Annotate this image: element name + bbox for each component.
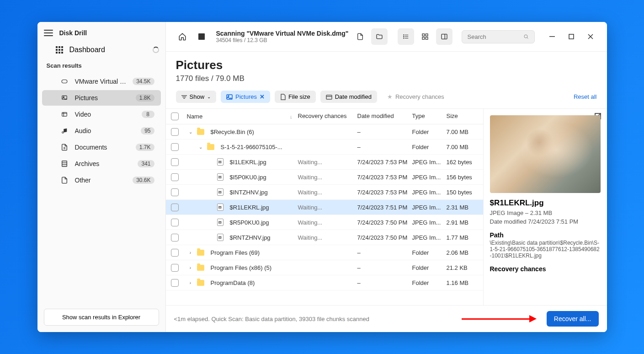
image-file-icon: 🖼 [217,173,224,181]
row-checkbox[interactable] [171,219,179,226]
stop-icon[interactable] [193,28,210,45]
scan-subtitle: 34504 files / 12.3 GB [216,37,349,43]
preview-pane-icon[interactable] [436,28,452,45]
menu-icon[interactable] [44,30,53,36]
sidebar-item-label: Pictures [75,94,129,102]
dashboard-label: Dashboard [69,46,105,54]
grid-view-icon[interactable] [417,28,433,45]
svg-point-33 [228,96,229,97]
table-row[interactable]: ›ProgramData (8)–Folder1.16 MB [166,275,483,290]
image-file-icon: 🖼 [217,219,224,226]
search-box[interactable] [462,30,535,43]
row-checkbox[interactable] [171,264,179,272]
file-size: 156 bytes [447,174,483,181]
sidebar-item-label: Video [75,111,135,118]
row-checkbox[interactable] [171,173,179,181]
table-row[interactable]: ›Program Files (69)–Folder2.06 MB [166,245,483,260]
app-window: Disk Drill Dashboard Scan results VMware… [37,22,607,332]
maximize-button[interactable] [563,29,580,44]
file-size: 150 bytes [447,189,483,196]
col-type[interactable]: Type [412,113,447,120]
file-size: 2.91 MB [447,219,483,226]
chevron-down-icon[interactable]: ⌄ [197,145,204,150]
sidebar-item-audio[interactable]: Audio95 [42,123,161,139]
sidebar-item-video[interactable]: Video8 [42,107,161,122]
svg-rect-25 [549,36,555,37]
close-button[interactable] [582,29,599,44]
table-row[interactable]: 🖼$I5P0KU0.jpgWaiting...7/24/2023 7:53 PM… [166,170,483,185]
path-label: Path [490,231,601,239]
dashboard-item[interactable]: Dashboard [37,42,165,58]
path-value: \Existing\Basic data partition\$Recycle.… [490,240,601,259]
date-modified: – [357,129,412,135]
close-icon[interactable]: ✕ [260,93,265,100]
file-type: JPEG Im... [412,219,447,226]
row-checkbox[interactable] [171,249,179,257]
recover-all-button[interactable]: Recover all... [547,311,599,327]
filter-bar: Show⌄ Pictures✕ File size Date modified … [166,88,607,109]
table-row[interactable]: 🖼$RNTZHNV.jpgWaiting...7/24/2023 7:50 PM… [166,230,483,245]
reset-all-link[interactable]: Reset all [574,93,597,100]
row-checkbox[interactable] [171,158,179,166]
minimize-button[interactable] [544,29,560,44]
col-date[interactable]: Date modified [357,113,412,120]
show-in-explorer-button[interactable]: Show scan results in Explorer [44,309,159,326]
table-header: Name↓ Recovery chances Date modified Typ… [166,109,483,124]
sidebar-item-other[interactable]: Other30.6K [42,172,161,188]
header: Scanning "VMware Virtual NVMe Disk.dmg" … [166,22,607,52]
sidebar-item-documents[interactable]: Documents1.7K [42,139,161,155]
svg-point-14 [403,35,404,35]
folder-icon [207,144,214,150]
sidebar-item-badge: 34.5K [133,78,154,85]
sidebar-item-label: Other [75,177,127,184]
app-title: Disk Drill [59,29,87,37]
chevron-right-icon[interactable]: › [187,265,194,270]
folder-icon [197,250,204,256]
col-recovery[interactable]: Recovery chances [298,113,357,120]
svg-point-23 [524,35,527,38]
sidebar-item-pictures[interactable]: Pictures1.8K [42,90,161,106]
folder-view-icon[interactable] [371,28,388,45]
page-subtitle: 1770 files / 79.0 MB [176,74,597,83]
table-row[interactable]: ›Program Files (x86) (5)–Folder21.2 KB [166,260,483,275]
table-row[interactable]: 🖼$R1LEKRL.jpgWaiting...7/24/2023 7:51 PM… [166,200,483,215]
file-type: Folder [412,279,447,286]
recovery-status: Waiting... [298,159,357,166]
rc-label: Recovery chances [490,265,601,273]
pictures-filter[interactable]: Pictures✕ [221,91,270,103]
chevron-right-icon[interactable]: › [187,250,194,255]
table-row[interactable]: 🖼$R5P0KU0.jpgWaiting...7/24/2023 7:50 PM… [166,215,483,230]
file-size: 7.00 MB [447,144,483,150]
sidebar-item-vmware-virtual-nvme-[interactable]: VMware Virtual NVMe...34.5K [42,74,161,89]
search-input[interactable] [468,33,520,40]
row-checkbox[interactable] [171,234,179,241]
chevron-right-icon[interactable]: › [187,280,194,285]
row-checkbox[interactable] [171,188,179,196]
recchance-filter[interactable]: ★Recovery chances [382,91,450,103]
table-row[interactable]: 🖼$INTZHNV.jpgWaiting...7/24/2023 7:53 PM… [166,185,483,200]
chevron-down-icon[interactable]: ⌄ [187,129,194,134]
row-checkbox[interactable] [171,128,179,136]
col-name[interactable]: Name [187,113,203,120]
sidebar-item-archives[interactable]: Archives341 [42,156,161,172]
row-checkbox[interactable] [171,143,179,151]
sidebar-item-badge: 30.6K [133,177,154,184]
filesize-filter[interactable]: File size [275,91,316,103]
select-all-checkbox[interactable] [171,113,179,120]
home-icon[interactable] [174,28,191,45]
preview-filename: $R1LEKRL.jpg [490,198,601,208]
list-view-icon[interactable] [398,28,414,45]
annotation-arrow [462,314,539,323]
row-checkbox[interactable] [171,279,179,287]
sort-icon[interactable]: ↓ [290,114,293,119]
show-filter[interactable]: Show⌄ [176,91,217,103]
col-size[interactable]: Size [447,113,483,120]
row-checkbox[interactable] [171,204,179,211]
table-row[interactable]: ⌄S-1-5-21-966075105-...–Folder7.00 MB [166,139,483,155]
file-name: S-1-5-21-966075105-... [221,144,282,150]
table-row[interactable]: 🖼$I1LEKRL.jpgWaiting...7/24/2023 7:53 PM… [166,155,483,170]
table-row[interactable]: ⌄$Recycle.Bin (6)–Folder7.00 MB [166,124,483,139]
date-modified: 7/24/2023 7:50 PM [357,234,412,241]
file-icon[interactable] [352,28,368,45]
datemod-filter[interactable]: Date modified [320,91,377,103]
